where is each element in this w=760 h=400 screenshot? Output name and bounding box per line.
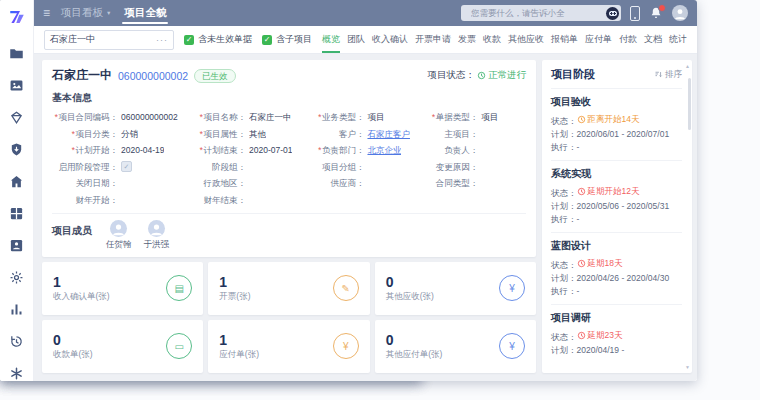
form-field: *单据类型：项目 (412, 111, 526, 123)
members-label: 项目成员 (52, 224, 92, 251)
notification-badge (658, 4, 666, 12)
member[interactable]: 任贺翰 (106, 220, 132, 251)
form-field: *项目属性：其他 (180, 128, 299, 140)
project-picker-input[interactable]: 石家庄一中··· (44, 30, 174, 50)
clock-icon (577, 331, 586, 340)
project-status-value: 正常进行 (477, 69, 526, 82)
checkbox-include-subprojects[interactable]: 含子项目 (262, 33, 312, 46)
form-field-customer: 客户：石家庄客户 (298, 128, 412, 140)
gear-icon[interactable] (9, 270, 24, 285)
tab-expense[interactable]: 报销单 (551, 26, 578, 53)
gem-icon[interactable] (9, 110, 24, 125)
stat-card-revenue-confirm[interactable]: 1收入确认单(张) (42, 262, 203, 315)
contact-icon[interactable] (9, 238, 24, 253)
tab-payable[interactable]: 应付单 (585, 26, 612, 53)
home-icon[interactable] (9, 174, 24, 189)
member[interactable]: 于洪强 (144, 220, 170, 251)
checkbox-checked-icon (262, 35, 272, 45)
badge-icon[interactable] (9, 142, 24, 157)
grid-icon[interactable] (9, 206, 24, 221)
user-avatar[interactable] (672, 5, 688, 21)
app-canvas: ≡ 项目看板▼ 项目全貌 (0, 0, 760, 400)
form-field: 行政地区： (180, 177, 299, 189)
phase-item-realization[interactable]: 系统实现 状态：延期开始12天 计划：2020/05/06 - 2020/05/… (551, 160, 682, 232)
tab-stats[interactable]: 统计 (669, 26, 687, 53)
tab-docs[interactable]: 文档 (644, 26, 662, 53)
project-code-link[interactable]: 060000000002 (118, 70, 188, 82)
yuan-icon (499, 275, 525, 301)
tab-invoice-apply[interactable]: 开票申请 (415, 26, 451, 53)
history-icon[interactable] (9, 334, 24, 349)
tab-overview[interactable]: 概览 (322, 26, 340, 53)
phase-item-research[interactable]: 项目调研 状态：延期23天 计划：2020/04/19 - (551, 304, 682, 363)
form-field: 变更原因： (412, 161, 526, 173)
search-input[interactable] (469, 7, 602, 19)
more-icon[interactable]: ··· (156, 35, 168, 45)
stat-card-other-receivable[interactable]: 0其他应收(张) (375, 262, 536, 315)
form-field-department: *负责部门：北京企业 (298, 144, 412, 156)
clock-icon (577, 259, 586, 268)
stat-card-collection[interactable]: 0收款单(张) (42, 320, 203, 373)
robot-assistant-icon[interactable] (606, 7, 619, 20)
content-tabs: 概览 团队 收入确认 开票申请 发票 收款 其他应收 报销单 应付单 付款 文档… (322, 26, 687, 53)
project-title: 石家庄一中 (52, 67, 112, 84)
basic-info-form: *项目合同编码：060000000002 *项目名称：石家庄一中 *业务类型：项… (52, 111, 526, 206)
form-field: 关闭日期： (52, 177, 180, 189)
tab-project-overview[interactable]: 项目全貌 (122, 0, 168, 26)
tab-other-receivable[interactable]: 其他应收 (508, 26, 544, 53)
filter-bar: 石家庄一中··· 含未生效单据 含子项目 概览 团队 收入确认 开票申请 发票 (34, 26, 697, 54)
tab-team[interactable]: 团队 (347, 26, 365, 53)
folder-icon[interactable] (9, 46, 24, 61)
phases-title: 项目阶段 (551, 67, 595, 82)
member-avatar-icon (148, 220, 165, 237)
stat-card-other-payable[interactable]: 0其他应付单(张) (375, 320, 536, 373)
payable-icon (333, 333, 359, 359)
stat-card-invoice[interactable]: 1开票(张) (208, 262, 369, 315)
hamburger-menu-icon[interactable]: ≡ (43, 0, 50, 26)
project-members: 项目成员 任贺翰 于洪强 (52, 213, 526, 251)
tab-collection[interactable]: 收款 (483, 26, 501, 53)
sidebar-nav (9, 46, 24, 381)
department-link[interactable]: 北京企业 (367, 144, 401, 156)
notification-bell-icon[interactable] (649, 6, 663, 20)
form-field: 项目分组： (298, 161, 412, 173)
app-logo-icon[interactable] (8, 8, 26, 26)
form-field: 供应商： (298, 177, 412, 189)
assistant-search[interactable] (461, 5, 621, 21)
tab-revenue-confirm[interactable]: 收入确认 (372, 26, 408, 53)
chart-icon[interactable] (9, 302, 24, 317)
clock-icon (577, 115, 586, 124)
form-field: 负责人： (412, 144, 526, 156)
basic-info-heading: 基本信息 (52, 91, 526, 105)
sidebar (0, 0, 34, 381)
form-field: *项目分类：分销 (52, 128, 180, 140)
form-field: 财年结束： (180, 194, 299, 206)
gallery-icon[interactable] (9, 78, 24, 93)
form-field: *项目合同编码：060000000002 (52, 111, 180, 123)
customer-link[interactable]: 石家庄客户 (367, 128, 410, 140)
checkbox-include-ineffective[interactable]: 含未生效单据 (184, 33, 252, 46)
scrollbar-thumb[interactable] (688, 78, 691, 130)
sort-button[interactable]: 排序 (654, 69, 682, 81)
stage-mgmt-checkbox[interactable] (121, 161, 132, 172)
form-field: 阶段组： (180, 161, 299, 173)
scroll-down-icon[interactable]: ▼ (685, 364, 690, 370)
tab-project-board[interactable]: 项目看板▼ (59, 0, 113, 26)
form-field: 主项目： (412, 128, 526, 140)
tab-invoice[interactable]: 发票 (458, 26, 476, 53)
stat-card-payable[interactable]: 1应付单(张) (208, 320, 369, 373)
tab-payment[interactable]: 付款 (619, 26, 637, 53)
form-field: 合同类型： (412, 177, 526, 189)
phase-item-blueprint[interactable]: 蓝图设计 状态：延期18天 计划：2020/04/26 - 2020/04/30… (551, 232, 682, 304)
form-field: 财年开始： (52, 194, 180, 206)
clock-icon (577, 187, 586, 196)
asterisk-icon[interactable] (9, 366, 24, 381)
scroll-up-icon[interactable]: ▲ (685, 63, 690, 69)
sort-icon (654, 70, 663, 79)
mobile-icon[interactable] (630, 6, 640, 21)
project-phases-panel: 项目阶段 排序 项目验收 状态：距离开始14天 计划：2020/06/01 - … (542, 60, 692, 373)
phase-item-acceptance[interactable]: 项目验收 状态：距离开始14天 计划：2020/06/01 - 2020/07/… (551, 88, 682, 160)
checkbox-checked-icon (184, 35, 194, 45)
form-field: *项目名称：石家庄一中 (180, 111, 299, 123)
yuan-icon (499, 333, 525, 359)
